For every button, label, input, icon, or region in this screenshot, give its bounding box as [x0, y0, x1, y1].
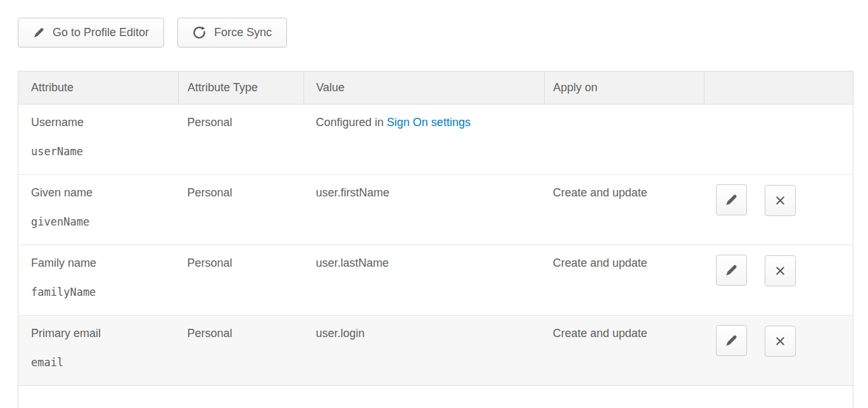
- x-icon: [774, 335, 786, 347]
- attribute-label: Given name: [31, 186, 178, 200]
- edit-attribute-button[interactable]: [716, 184, 747, 215]
- row-actions: [705, 316, 853, 386]
- remove-attribute-button[interactable]: [765, 326, 796, 357]
- table-row-partial: [18, 386, 853, 408]
- attribute-value: user.firstName: [304, 175, 545, 245]
- attribute-value: user.lastName: [304, 245, 545, 316]
- attribute-cell: Given name givenName: [18, 175, 179, 245]
- row-actions: [705, 175, 853, 245]
- provisioning-attribute-mappings: Go to Profile Editor Force Sync Attribut…: [0, 0, 868, 408]
- refresh-icon: [193, 26, 206, 39]
- attribute-value: Configured in Sign On settings: [304, 105, 545, 175]
- table-header-row: Attribute Attribute Type Value Apply on: [18, 72, 853, 105]
- pencil-icon: [725, 335, 737, 347]
- attribute-variable-name: familyName: [31, 286, 178, 298]
- attribute-variable-name: email: [31, 356, 178, 369]
- attribute-mappings-table: Attribute Attribute Type Value Apply on …: [18, 71, 853, 408]
- attribute-variable-name: givenName: [31, 215, 178, 228]
- pencil-icon: [725, 264, 737, 277]
- row-actions: [705, 105, 853, 175]
- attribute-label: Family name: [31, 257, 178, 270]
- attribute-cell: Family name familyName: [18, 245, 179, 316]
- attribute-type: Personal: [179, 316, 304, 386]
- column-header-apply-on: Apply on: [545, 72, 705, 105]
- apply-on-value: Create and update: [545, 316, 705, 386]
- apply-on-value: [545, 105, 705, 175]
- attribute-type: Personal: [179, 245, 304, 316]
- table-row-primary-email: Primary email email Personal user.login …: [18, 316, 853, 386]
- column-header-attribute: Attribute: [18, 72, 179, 105]
- attribute-variable-name: userName: [31, 145, 178, 158]
- sign-on-settings-link[interactable]: Sign On settings: [387, 116, 471, 129]
- remove-attribute-button[interactable]: [765, 185, 796, 216]
- table-row-username: Username userName Personal Configured in…: [18, 105, 853, 175]
- attribute-cell: Username userName: [18, 105, 179, 175]
- apply-on-value: Create and update: [545, 175, 705, 245]
- attribute-type: Personal: [179, 175, 304, 245]
- x-icon: [774, 194, 786, 207]
- table-row-family-name: Family name familyName Personal user.las…: [18, 245, 853, 316]
- empty-cell: [18, 386, 853, 408]
- attribute-label: Primary email: [31, 327, 178, 340]
- table-row-given-name: Given name givenName Personal user.first…: [18, 175, 853, 245]
- pencil-icon: [725, 194, 737, 207]
- force-sync-label: Force Sync: [214, 26, 272, 39]
- apply-on-value: Create and update: [545, 245, 705, 316]
- column-header-attribute-type: Attribute Type: [179, 72, 304, 105]
- attribute-cell: Primary email email: [18, 316, 179, 386]
- attribute-label: Username: [31, 116, 178, 129]
- edit-attribute-button[interactable]: [716, 255, 747, 286]
- pencil-icon: [33, 27, 44, 39]
- column-header-value: Value: [304, 72, 545, 105]
- edit-attribute-button[interactable]: [716, 325, 747, 356]
- column-header-actions: [705, 72, 853, 105]
- value-text: Configured in: [316, 116, 387, 129]
- attribute-value: user.login: [304, 316, 545, 386]
- go-to-profile-editor-button[interactable]: Go to Profile Editor: [18, 18, 164, 48]
- row-actions: [705, 245, 853, 316]
- force-sync-button[interactable]: Force Sync: [177, 18, 287, 48]
- attribute-type: Personal: [179, 105, 304, 175]
- remove-attribute-button[interactable]: [765, 255, 796, 286]
- toolbar: Go to Profile Editor Force Sync: [18, 18, 868, 48]
- x-icon: [774, 265, 786, 277]
- go-to-profile-editor-label: Go to Profile Editor: [53, 26, 149, 39]
